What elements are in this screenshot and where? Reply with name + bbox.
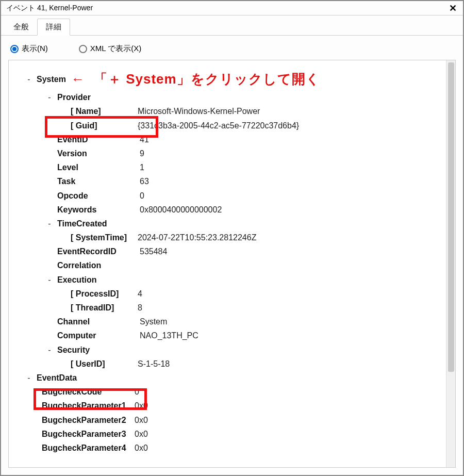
systemtime-key: [ SystemTime] bbox=[71, 231, 138, 244]
scrollbar-thumb[interactable] bbox=[448, 62, 454, 372]
level-row: Level 1 bbox=[14, 160, 441, 174]
bugcheckparam4-row: BugcheckParameter4 0x0 bbox=[14, 441, 441, 455]
threadid-val: 8 bbox=[138, 301, 142, 315]
tab-strip: 全般 詳細 bbox=[1, 15, 463, 36]
version-row: Version 9 bbox=[14, 146, 441, 160]
bugcheckparam4-val: 0x0 bbox=[135, 441, 148, 455]
bugcheckparam1-val: 0x0 bbox=[135, 399, 148, 413]
keywords-val: 0x8000400000000002 bbox=[140, 203, 222, 217]
userid-key: [ UserID] bbox=[71, 357, 138, 371]
dialog-window: イベント 41, Kernel-Power ✕ 全般 詳細 表示(N) XML … bbox=[0, 0, 464, 476]
recordid-key: EventRecordID bbox=[57, 244, 140, 258]
tab-general[interactable]: 全般 bbox=[5, 19, 37, 35]
opcode-val: 0 bbox=[140, 189, 144, 203]
opcode-row: Opcode 0 bbox=[14, 189, 441, 203]
tree-node-execution[interactable]: - Execution bbox=[14, 273, 441, 287]
annotation-text: 「＋ System」をクリックして開く bbox=[94, 68, 320, 90]
level-key: Level bbox=[57, 160, 140, 174]
provider-name-row: [ Name] Microsoft-Windows-Kernel-Power bbox=[14, 104, 441, 118]
radio-unchecked-icon bbox=[79, 45, 87, 53]
recordid-val: 535484 bbox=[140, 244, 167, 258]
computer-val: NAO_13TH_PC bbox=[140, 329, 198, 342]
systemtime-row: [ SystemTime] 2024-07-22T10:55:23.281224… bbox=[14, 231, 441, 244]
collapse-icon[interactable]: - bbox=[21, 371, 37, 385]
radio-checked-icon bbox=[10, 45, 19, 53]
bugcheckcode-key: BugcheckCode bbox=[42, 385, 135, 399]
radio-friendly-view[interactable]: 表示(N) bbox=[10, 44, 48, 54]
event-tree: - System ← 「＋ System」をクリックして開く - Provide… bbox=[9, 60, 446, 467]
tree-node-security[interactable]: - Security bbox=[14, 343, 441, 357]
provider-guid-key: [ Guid] bbox=[71, 119, 138, 133]
collapse-icon[interactable]: - bbox=[42, 273, 57, 287]
bugcheckparam2-row: BugcheckParameter2 0x0 bbox=[14, 413, 441, 427]
bugcheckparam3-row: BugcheckParameter3 0x0 bbox=[14, 427, 441, 441]
correlation-key: Correlation bbox=[57, 258, 140, 272]
collapse-icon[interactable]: - bbox=[21, 72, 37, 86]
tree-node-system[interactable]: - System ← 「＋ System」をクリックして開く bbox=[14, 68, 441, 90]
collapse-icon[interactable]: - bbox=[42, 343, 57, 357]
channel-row: Channel System bbox=[14, 315, 441, 329]
collapse-icon[interactable]: - bbox=[42, 217, 57, 231]
bugcheckparam2-val: 0x0 bbox=[135, 413, 148, 427]
keywords-key: Keywords bbox=[57, 203, 140, 217]
radio-xml-label: XML で表示(X) bbox=[90, 44, 141, 54]
bugcheckparam2-key: BugcheckParameter2 bbox=[42, 413, 135, 427]
bugcheckcode-val: 0 bbox=[135, 385, 139, 399]
level-val: 1 bbox=[140, 160, 144, 174]
provider-label: Provider bbox=[57, 90, 140, 104]
titlebar: イベント 41, Kernel-Power ✕ bbox=[1, 1, 463, 15]
opcode-key: Opcode bbox=[57, 189, 140, 203]
security-label: Security bbox=[57, 343, 140, 357]
timecreated-label: TimeCreated bbox=[57, 217, 140, 231]
keywords-row: Keywords 0x8000400000000002 bbox=[14, 203, 441, 217]
system-label: System bbox=[37, 72, 66, 86]
provider-name-key: [ Name] bbox=[71, 104, 138, 118]
execution-label: Execution bbox=[57, 273, 140, 287]
processid-key: [ ProcessID] bbox=[71, 287, 138, 301]
channel-val: System bbox=[140, 315, 167, 329]
processid-val: 4 bbox=[138, 287, 142, 301]
bugcheckparam1-key: BugcheckParameter1 bbox=[42, 399, 135, 413]
userid-val: S-1-5-18 bbox=[138, 357, 170, 371]
threadid-row: [ ThreadID] 8 bbox=[14, 301, 441, 315]
close-icon[interactable]: ✕ bbox=[446, 4, 460, 13]
tree-node-provider[interactable]: - Provider bbox=[14, 90, 441, 104]
bugcheckparam4-key: BugcheckParameter4 bbox=[42, 441, 135, 455]
bugcheckparam1-row: BugcheckParameter1 0x0 bbox=[14, 399, 441, 413]
collapse-icon[interactable]: - bbox=[42, 90, 57, 104]
bugcheckparam3-key: BugcheckParameter3 bbox=[42, 427, 135, 441]
view-mode-radios: 表示(N) XML で表示(X) bbox=[8, 42, 456, 60]
eventid-key: EventID bbox=[57, 133, 140, 146]
version-key: Version bbox=[57, 146, 140, 160]
bugcheckcode-row: BugcheckCode 0 bbox=[14, 385, 441, 399]
bugcheckparam3-val: 0x0 bbox=[135, 427, 148, 441]
tab-details[interactable]: 詳細 bbox=[37, 19, 70, 36]
window-title: イベント 41, Kernel-Power bbox=[6, 4, 93, 13]
version-val: 9 bbox=[140, 146, 144, 160]
systemtime-val: 2024-07-22T10:55:23.2812246Z bbox=[138, 231, 256, 244]
task-val: 63 bbox=[140, 174, 149, 188]
task-key: Task bbox=[57, 174, 140, 188]
provider-guid-val: {331c3b3a-2005-44c2-ac5e-77220c37d6b4} bbox=[138, 119, 299, 133]
recordid-row: EventRecordID 535484 bbox=[14, 244, 441, 258]
provider-name-val: Microsoft-Windows-Kernel-Power bbox=[138, 104, 260, 118]
channel-key: Channel bbox=[57, 315, 140, 329]
eventid-val: 41 bbox=[140, 133, 149, 146]
details-pane: 表示(N) XML で表示(X) - System ← 「＋ System」をク… bbox=[1, 36, 463, 475]
radio-xml-view[interactable]: XML で表示(X) bbox=[79, 44, 141, 54]
correlation-row: Correlation bbox=[14, 258, 441, 272]
provider-guid-row: [ Guid] {331c3b3a-2005-44c2-ac5e-77220c3… bbox=[14, 119, 441, 133]
eventdata-label: EventData bbox=[37, 371, 119, 385]
task-row: Task 63 bbox=[14, 174, 441, 188]
computer-row: Computer NAO_13TH_PC bbox=[14, 329, 441, 342]
computer-key: Computer bbox=[57, 329, 140, 342]
userid-row: [ UserID] S-1-5-18 bbox=[14, 357, 441, 371]
threadid-key: [ ThreadID] bbox=[71, 301, 138, 315]
eventid-row: EventID 41 bbox=[14, 133, 441, 146]
event-content: - System ← 「＋ System」をクリックして開く - Provide… bbox=[8, 60, 456, 468]
annotation-arrow-icon: ← bbox=[66, 68, 94, 90]
tree-node-timecreated[interactable]: - TimeCreated bbox=[14, 217, 441, 231]
vertical-scrollbar[interactable] bbox=[446, 60, 455, 467]
tree-node-eventdata[interactable]: - EventData bbox=[14, 371, 441, 385]
radio-friendly-label: 表示(N) bbox=[22, 44, 48, 54]
